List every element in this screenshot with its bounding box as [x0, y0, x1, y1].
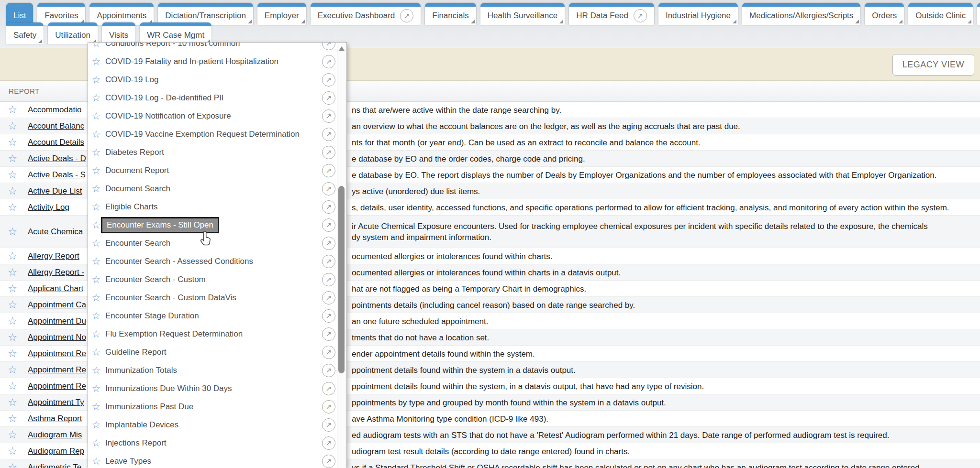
favorite-star-icon[interactable]: ☆: [3, 226, 22, 238]
favorite-star-icon[interactable]: ☆: [3, 315, 22, 327]
tab-visits[interactable]: Visits: [102, 22, 135, 44]
open-report-icon[interactable]: ↗: [322, 218, 335, 232]
report-link[interactable]: Appointment Ty: [28, 398, 84, 407]
open-report-icon[interactable]: ↗: [322, 237, 335, 250]
favorite-star-icon[interactable]: ☆: [3, 380, 22, 392]
favorite-star-icon[interactable]: ☆: [3, 331, 22, 344]
scrollbar-thumb[interactable]: [338, 186, 345, 373]
open-report-icon[interactable]: ↗: [322, 400, 335, 414]
favorite-star-icon[interactable]: ☆: [3, 152, 22, 165]
open-report-icon[interactable]: ↗: [322, 73, 335, 87]
open-report-icon[interactable]: ↗: [322, 291, 335, 305]
open-report-icon[interactable]: ↗: [322, 382, 335, 395]
report-link[interactable]: Account Details: [28, 138, 84, 147]
report-link[interactable]: Activity Log: [28, 203, 69, 212]
favorite-star-icon[interactable]: ☆: [91, 147, 101, 158]
report-link[interactable]: Applicant Chart: [28, 284, 83, 294]
tab-industrial-hygiene[interactable]: Industrial Hygiene: [658, 3, 738, 25]
favorite-star-icon[interactable]: ☆: [3, 201, 22, 214]
legacy-view-button[interactable]: LEGACY VIEW: [892, 54, 974, 76]
tab-wr-case-mgmt[interactable]: WR Case Mgmt: [140, 22, 212, 44]
report-link[interactable]: Appointment Re: [28, 381, 86, 391]
favorite-star-icon[interactable]: ☆: [91, 110, 101, 122]
report-link[interactable]: Appointment Ca: [28, 300, 86, 310]
tab-hr-data-feed[interactable]: HR Data Feed↗: [569, 3, 654, 25]
report-link[interactable]: Appointment Re: [28, 349, 86, 359]
favorite-star-icon[interactable]: ☆: [3, 169, 22, 181]
open-report-icon[interactable]: ↗: [322, 91, 335, 105]
favorite-star-icon[interactable]: ☆: [3, 413, 22, 425]
favorite-star-icon[interactable]: ☆: [91, 165, 101, 176]
open-report-icon[interactable]: ↗: [322, 164, 335, 177]
report-link[interactable]: Appointment Du: [28, 316, 86, 326]
menu-item-immunizations-due-within-30-days[interactable]: ☆Immunizations Due Within 30 Days↗: [88, 380, 337, 398]
favorite-star-icon[interactable]: ☆: [91, 183, 101, 195]
open-report-icon[interactable]: ↗: [322, 109, 335, 123]
favorite-star-icon[interactable]: ☆: [91, 292, 101, 304]
favorite-star-icon[interactable]: ☆: [91, 347, 101, 358]
favorite-star-icon[interactable]: ☆: [91, 56, 101, 67]
open-report-icon[interactable]: ↗: [322, 182, 335, 196]
report-link[interactable]: Active Deals - S: [28, 170, 86, 180]
tab-list[interactable]: List: [6, 3, 33, 25]
favorite-star-icon[interactable]: ☆: [91, 383, 101, 394]
menu-item-document-search[interactable]: ☆Document Search↗: [88, 180, 337, 198]
favorite-star-icon[interactable]: ☆: [3, 250, 22, 262]
favorite-star-icon[interactable]: ☆: [91, 92, 101, 104]
menu-item-encounter-stage-duration[interactable]: ☆Encounter Stage Duration↗: [88, 307, 337, 325]
favorite-star-icon[interactable]: ☆: [3, 185, 22, 197]
report-link[interactable]: Accommodatio: [28, 105, 81, 115]
menu-item-encounter-search-custom[interactable]: ☆Encounter Search - Custom↗: [88, 271, 337, 289]
menu-item-injections-report[interactable]: ☆Injections Report↗: [88, 434, 337, 452]
menu-item-encounter-search-assessed-conditions[interactable]: ☆Encounter Search - Assessed Conditions↗: [88, 252, 337, 271]
menu-item-document-report[interactable]: ☆Document Report↗: [88, 162, 337, 180]
menu-item-covid-19-log-de-identified-pii[interactable]: ☆COVID-19 Log - De-identified PII↗: [88, 89, 337, 107]
tab-medications-allergies-scripts[interactable]: Medications/Allergies/Scripts: [742, 3, 860, 25]
favorite-star-icon[interactable]: ☆: [3, 299, 22, 311]
dropdown-scrollbar[interactable]: [337, 43, 346, 468]
favorite-star-icon[interactable]: ☆: [3, 348, 22, 360]
open-report-icon[interactable]: ↗: [322, 55, 335, 68]
report-link[interactable]: Active Due List: [28, 186, 82, 196]
open-report-icon[interactable]: ↗: [322, 346, 335, 359]
favorite-star-icon[interactable]: ☆: [91, 328, 101, 340]
menu-item-covid-19-log[interactable]: ☆COVID-19 Log↗: [88, 71, 337, 89]
menu-item-encounter-search-custom-datavis[interactable]: ☆Encounter Search - Custom DataVis↗: [88, 289, 337, 307]
open-report-icon[interactable]: ↗: [322, 42, 335, 50]
report-link[interactable]: Asthma Report: [28, 414, 82, 424]
tab-outside-clinic[interactable]: Outside Clinic: [908, 3, 973, 25]
menu-item-eligible-charts[interactable]: ☆Eligible Charts↗: [88, 198, 337, 216]
favorite-star-icon[interactable]: ☆: [3, 283, 22, 295]
tab-health-surveillance[interactable]: Health Surveillance: [480, 3, 565, 25]
report-link[interactable]: Allergy Report: [28, 251, 79, 261]
favorite-star-icon[interactable]: ☆: [91, 401, 101, 413]
favorite-star-icon[interactable]: ☆: [91, 310, 101, 322]
scroll-up-arrow-icon[interactable]: [339, 46, 345, 51]
favorite-star-icon[interactable]: ☆: [3, 396, 22, 409]
open-report-icon[interactable]: ↗: [322, 273, 335, 286]
menu-item-covid-19-fatality-and-in-patient-hospitalization[interactable]: ☆COVID-19 Fatality and In-patient Hospit…: [88, 53, 337, 71]
report-link[interactable]: Account Balanc: [28, 121, 84, 131]
favorite-star-icon[interactable]: ☆: [3, 266, 22, 279]
favorite-star-icon[interactable]: ☆: [3, 364, 22, 376]
tab-favorites[interactable]: Favorites: [37, 3, 85, 25]
report-link[interactable]: Audiometric Te: [28, 463, 81, 468]
open-report-icon[interactable]: ↗: [322, 146, 335, 159]
open-report-icon[interactable]: ↗: [322, 364, 335, 377]
favorite-star-icon[interactable]: ☆: [3, 445, 22, 457]
favorite-star-icon[interactable]: ☆: [91, 437, 101, 449]
favorite-star-icon[interactable]: ☆: [91, 256, 101, 267]
menu-item-immunizations-past-due[interactable]: ☆Immunizations Past Due↗: [88, 398, 337, 416]
report-link[interactable]: Audiogram Rep: [28, 446, 84, 456]
open-report-icon[interactable]: ↗: [322, 436, 335, 450]
favorite-star-icon[interactable]: ☆: [91, 419, 101, 431]
favorite-star-icon[interactable]: ☆: [91, 74, 101, 86]
favorite-star-icon[interactable]: ☆: [91, 365, 101, 376]
favorite-star-icon[interactable]: ☆: [91, 219, 101, 231]
menu-item-flu-exemption-request-determination[interactable]: ☆Flu Exemption Request Determination↗: [88, 325, 337, 343]
open-report-icon[interactable]: ↗: [322, 255, 335, 268]
report-link[interactable]: Acute Chemica: [28, 227, 83, 237]
favorite-star-icon[interactable]: ☆: [91, 129, 101, 140]
menu-item-covid-19-vaccine-exemption-request-determination[interactable]: ☆COVID-19 Vaccine Exemption Request Dete…: [88, 125, 337, 143]
favorite-star-icon[interactable]: ☆: [91, 456, 101, 467]
